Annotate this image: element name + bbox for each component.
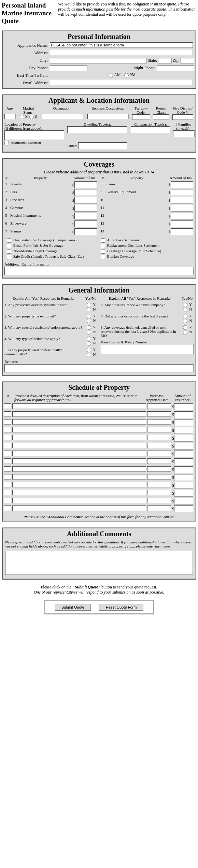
name-input[interactable] — [50, 42, 193, 48]
addl-loc-checkbox[interactable]: Additional Location — [4, 141, 41, 145]
cov-amount-input[interactable] — [74, 205, 97, 212]
sched-num-input[interactable] — [4, 482, 11, 487]
coverage-checkbox[interactable]: Breakage Coverage (*On Schedule) — [101, 248, 191, 254]
sched-amt-input[interactable] — [174, 411, 193, 418]
sched-num-input[interactable] — [4, 506, 11, 511]
sched-date-input[interactable] — [147, 451, 171, 456]
sched-date-input[interactable] — [147, 443, 171, 448]
sched-date-input[interactable] — [147, 474, 171, 480]
coverage-checkbox[interactable]: Broad Form Pair & Set Coverage — [7, 243, 97, 248]
sched-desc-textarea[interactable] — [12, 451, 146, 456]
sched-num-input[interactable] — [4, 411, 11, 417]
sched-num-input[interactable] — [4, 490, 11, 495]
sched-amt-input[interactable] — [174, 506, 193, 512]
sched-date-input[interactable] — [147, 498, 171, 503]
radio-y[interactable]: Y — [85, 347, 98, 352]
sched-amt-input[interactable] — [174, 427, 193, 434]
sched-date-input[interactable] — [147, 411, 171, 417]
dayphone-input[interactable] — [50, 66, 87, 71]
radio-n[interactable]: N — [85, 307, 98, 312]
cov-amount-input[interactable] — [171, 220, 193, 227]
sched-num-input[interactable] — [4, 466, 11, 472]
sched-num-input[interactable] — [4, 403, 11, 409]
sched-num-input[interactable] — [4, 451, 11, 456]
radio-m[interactable]: M — [20, 114, 29, 118]
sched-amt-input[interactable] — [174, 482, 193, 489]
additional-comments-textarea[interactable] — [5, 551, 193, 575]
cov-amount-input[interactable] — [74, 181, 97, 188]
sched-desc-textarea[interactable] — [12, 506, 146, 511]
location-textarea[interactable] — [4, 130, 64, 140]
sched-num-input[interactable] — [4, 458, 11, 464]
reset-button[interactable]: Reset Quote Form — [99, 604, 143, 611]
email-input[interactable] — [50, 80, 193, 85]
radio-pm[interactable]: PM — [124, 72, 136, 77]
coverage-checkbox[interactable]: Replacement Cost Loss Settlement — [101, 243, 191, 248]
radio-n[interactable]: N — [85, 318, 98, 323]
sched-desc-textarea[interactable] — [12, 490, 146, 495]
sched-desc-textarea[interactable] — [12, 498, 146, 503]
spouse-occ-input[interactable] — [87, 114, 129, 119]
age-input[interactable] — [4, 114, 16, 119]
radio-n[interactable]: N — [181, 318, 194, 323]
radio-n[interactable]: N — [181, 330, 194, 335]
sched-date-input[interactable] — [147, 403, 171, 409]
sched-date-input[interactable] — [147, 466, 171, 472]
state-input[interactable] — [158, 58, 172, 63]
sched-date-input[interactable] — [147, 490, 171, 495]
sched-num-input[interactable] — [4, 443, 11, 448]
address-input[interactable] — [50, 50, 193, 55]
sched-desc-textarea[interactable] — [12, 482, 146, 487]
cov-amount-input[interactable] — [171, 205, 193, 212]
sched-desc-textarea[interactable] — [12, 443, 146, 448]
sched-desc-textarea[interactable] — [12, 403, 146, 409]
sched-num-input[interactable] — [4, 419, 11, 425]
sched-desc-textarea[interactable] — [12, 427, 146, 432]
sched-date-input[interactable] — [147, 506, 171, 511]
sched-date-input[interactable] — [147, 458, 171, 464]
coverage-checkbox[interactable]: Safe Credit (Identify Property, Safe Cla… — [7, 254, 97, 259]
sched-amt-input[interactable] — [174, 419, 193, 426]
sched-amt-input[interactable] — [174, 466, 193, 473]
sched-amt-input[interactable] — [174, 451, 193, 457]
cov-amount-input[interactable] — [171, 213, 193, 219]
zip-input[interactable] — [181, 58, 194, 63]
cov-amount-input[interactable] — [74, 220, 97, 227]
territory-input[interactable] — [132, 114, 150, 120]
radio-y[interactable]: Y — [181, 302, 194, 307]
radio-n[interactable]: N — [181, 307, 194, 312]
families-input[interactable] — [173, 130, 195, 137]
radio-am[interactable]: AM — [109, 72, 121, 77]
sched-amt-input[interactable] — [174, 435, 193, 442]
sched-date-input[interactable] — [147, 482, 171, 487]
construction-input[interactable] — [131, 126, 171, 133]
remarks-textarea[interactable] — [4, 364, 194, 372]
radio-y[interactable]: Y — [85, 314, 98, 318]
dwelling-input[interactable] — [67, 126, 127, 133]
radio-s[interactable]: S — [29, 114, 37, 118]
radio-y[interactable]: Y — [85, 325, 98, 330]
cov-amount-input[interactable] — [74, 189, 97, 196]
sched-date-input[interactable] — [147, 427, 171, 432]
radio-y[interactable]: Y — [85, 302, 98, 307]
nightphone-input[interactable] — [157, 66, 194, 71]
radio-y[interactable]: Y — [85, 336, 98, 341]
occupation-input[interactable] — [42, 114, 83, 119]
sched-num-input[interactable] — [4, 435, 11, 440]
other-input[interactable] — [78, 142, 127, 149]
sched-num-input[interactable] — [4, 427, 11, 432]
fire-district-input[interactable] — [172, 114, 194, 120]
submit-button[interactable]: Submit Quote — [55, 604, 91, 611]
cov-amount-input[interactable] — [171, 181, 193, 188]
sched-num-input[interactable] — [4, 498, 11, 503]
sched-desc-textarea[interactable] — [12, 419, 146, 425]
sched-amt-input[interactable] — [174, 474, 193, 481]
coverage-checkbox[interactable]: Non-Mobile Organ Coverage — [7, 248, 97, 254]
cov-amount-input[interactable] — [74, 228, 97, 235]
cov-amount-input[interactable] — [74, 197, 97, 204]
radio-n[interactable]: N — [85, 341, 98, 346]
cov-amount-input[interactable] — [74, 213, 97, 219]
sched-desc-textarea[interactable] — [12, 474, 146, 480]
cov-amount-input[interactable] — [171, 189, 193, 196]
radio-y[interactable]: Y — [181, 314, 194, 318]
